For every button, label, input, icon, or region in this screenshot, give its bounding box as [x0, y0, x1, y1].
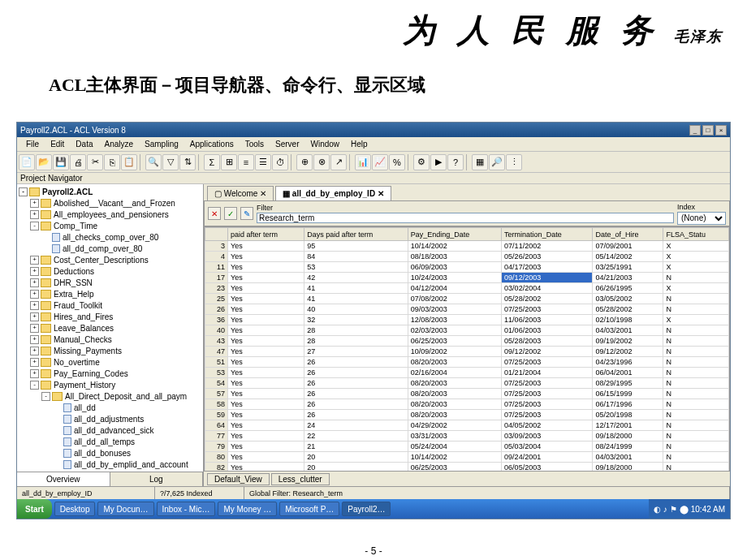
- cell[interactable]: Yes: [228, 273, 304, 283]
- menu-applications[interactable]: Applications: [184, 140, 240, 149]
- table-row[interactable]: 53Yes2602/16/200401/21/200406/04/2001N: [205, 368, 729, 378]
- cell[interactable]: 07/25/2003: [502, 378, 593, 389]
- cell[interactable]: 51: [205, 357, 228, 368]
- cell[interactable]: N: [663, 378, 729, 389]
- cell[interactable]: 53: [304, 262, 408, 273]
- cell[interactable]: 08/18/2003: [408, 252, 501, 262]
- cell[interactable]: 57: [205, 389, 228, 399]
- column-header[interactable]: Pay_Ending_Date: [408, 228, 501, 241]
- table-row[interactable]: 17Yes4210/24/200309/12/200304/21/2003N: [205, 273, 729, 283]
- titlebar[interactable]: Payroll2.ACL - ACL Version 8 _ □ ×: [17, 123, 730, 137]
- cell[interactable]: 22: [304, 431, 408, 442]
- cell[interactable]: N: [663, 463, 729, 472]
- cell[interactable]: 08/20/2003: [408, 410, 501, 420]
- cell[interactable]: 04/05/2002: [502, 420, 593, 431]
- cell[interactable]: 77: [205, 431, 228, 442]
- cell[interactable]: N: [663, 452, 729, 463]
- cell[interactable]: 26: [304, 357, 408, 368]
- cell[interactable]: Yes: [228, 304, 304, 315]
- taskbar-button[interactable]: Payroll2…: [342, 502, 391, 516]
- cell[interactable]: 06/05/2003: [502, 463, 593, 472]
- cell[interactable]: 07/09/2001: [593, 241, 663, 252]
- expander-icon[interactable]: -: [19, 187, 28, 196]
- cell[interactable]: 05/24/2004: [408, 442, 501, 452]
- zoom-button[interactable]: 🔎: [489, 154, 505, 170]
- table-row[interactable]: 25Yes4107/08/200205/28/200203/05/2002N: [205, 294, 729, 304]
- tree-item[interactable]: +Fraud_Toolkit: [19, 299, 201, 311]
- cell[interactable]: 07/08/2002: [408, 294, 501, 304]
- tray-icon[interactable]: ♪: [663, 505, 667, 514]
- cell[interactable]: N: [663, 294, 729, 304]
- cell[interactable]: 24: [304, 420, 408, 431]
- cell[interactable]: N: [663, 368, 729, 378]
- tree-item[interactable]: +Extra_Help: [19, 288, 201, 299]
- cell[interactable]: 40: [205, 325, 228, 336]
- minimize-button[interactable]: _: [689, 125, 701, 136]
- cell[interactable]: 01/06/2003: [502, 325, 593, 336]
- cell[interactable]: 05/28/2003: [502, 336, 593, 347]
- save-button[interactable]: 💾: [53, 154, 69, 170]
- cell[interactable]: 10/14/2002: [408, 241, 501, 252]
- tree-item[interactable]: all_dd_comp_over_80: [19, 243, 201, 254]
- expander-icon[interactable]: +: [30, 312, 39, 321]
- menu-window[interactable]: Window: [305, 140, 346, 149]
- expander-icon[interactable]: +: [30, 358, 39, 367]
- cell[interactable]: 03/09/2003: [502, 431, 593, 442]
- cell[interactable]: 42: [304, 273, 408, 283]
- table-row[interactable]: 51Yes2608/20/200307/25/200304/23/1996N: [205, 357, 729, 368]
- cell[interactable]: Yes: [228, 336, 304, 347]
- cell[interactable]: 26: [205, 304, 228, 315]
- cell[interactable]: 05/20/1998: [593, 410, 663, 420]
- tab-log[interactable]: Log: [110, 472, 204, 486]
- age-button[interactable]: ⏱: [272, 154, 288, 170]
- tray-icon[interactable]: ⬤: [680, 505, 689, 514]
- export-button[interactable]: ↗: [330, 154, 347, 170]
- cell[interactable]: 20: [304, 452, 408, 463]
- expander-icon[interactable]: +: [30, 278, 39, 287]
- graph-button[interactable]: 📈: [372, 154, 388, 170]
- cell[interactable]: 20: [304, 463, 408, 472]
- tree-item[interactable]: +DHR_SSN: [19, 277, 201, 288]
- tree-item[interactable]: -Payroll2.ACL: [19, 186, 201, 197]
- table-row[interactable]: 3Yes9510/14/200207/11/200207/09/2001X: [205, 241, 729, 252]
- menu-server[interactable]: Server: [270, 140, 304, 149]
- cell[interactable]: N: [663, 442, 729, 452]
- table-row[interactable]: 43Yes2806/25/200305/28/200309/19/2002N: [205, 336, 729, 347]
- cell[interactable]: Yes: [228, 252, 304, 262]
- cell[interactable]: 08/24/1999: [593, 442, 663, 452]
- cell[interactable]: Yes: [228, 294, 304, 304]
- cell[interactable]: 47: [205, 347, 228, 357]
- cell[interactable]: Yes: [228, 283, 304, 294]
- cell[interactable]: 64: [205, 420, 228, 431]
- cell[interactable]: N: [663, 357, 729, 368]
- cell[interactable]: 12/08/2003: [408, 315, 501, 325]
- open-button[interactable]: 📂: [36, 154, 52, 170]
- start-button[interactable]: Start: [17, 499, 52, 519]
- cell[interactable]: N: [663, 347, 729, 357]
- cell[interactable]: 28: [304, 325, 408, 336]
- column-header[interactable]: Days paid after term: [304, 228, 408, 241]
- grid-opt-button[interactable]: ⋮: [506, 154, 522, 170]
- cell[interactable]: 02/10/1998: [593, 315, 663, 325]
- new-button[interactable]: 📄: [19, 154, 35, 170]
- taskbar-button[interactable]: My Docun…: [97, 502, 153, 516]
- index-select[interactable]: (None): [677, 212, 726, 225]
- cell[interactable]: 09/03/2003: [408, 304, 501, 315]
- table-row[interactable]: 82Yes2006/25/200306/05/200309/18/2000N: [205, 463, 729, 472]
- cell[interactable]: 08/20/2003: [408, 399, 501, 410]
- expander-icon[interactable]: +: [30, 199, 39, 208]
- filter-input[interactable]: [257, 213, 674, 223]
- cell[interactable]: 09/12/2002: [502, 347, 593, 357]
- tree-item[interactable]: +Deductions: [19, 265, 201, 277]
- column-header[interactable]: FLSA_Statu: [663, 228, 729, 241]
- filter-edit-icon[interactable]: ✎: [240, 207, 253, 220]
- table-row[interactable]: 11Yes5306/09/200304/17/200303/25/1991X: [205, 262, 729, 273]
- cell[interactable]: Yes: [228, 399, 304, 410]
- cell[interactable]: 09/18/2000: [593, 463, 663, 472]
- cell[interactable]: 36: [205, 315, 228, 325]
- cell[interactable]: 03/31/2003: [408, 431, 501, 442]
- cell[interactable]: 07/25/2003: [502, 399, 593, 410]
- cell[interactable]: 10/09/2002: [408, 347, 501, 357]
- print-button[interactable]: 🖨: [70, 154, 86, 170]
- column-header[interactable]: Date_of_Hire: [593, 228, 663, 241]
